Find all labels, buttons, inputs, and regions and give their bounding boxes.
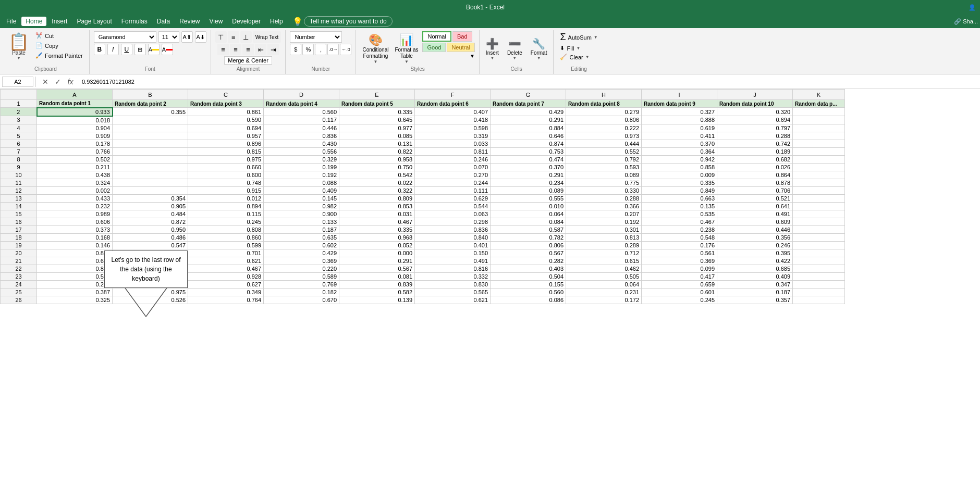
data-cell[interactable]: 0.861 <box>188 108 264 116</box>
data-cell[interactable] <box>113 116 188 124</box>
data-cell[interactable]: 0.009 <box>642 171 717 179</box>
header-cell-j1[interactable]: Random data point 10 <box>717 100 793 108</box>
data-cell[interactable]: 0.133 <box>264 218 339 225</box>
data-cell[interactable]: 0.615 <box>566 257 642 265</box>
data-cell[interactable]: 0.139 <box>339 296 415 304</box>
fill-color-button[interactable]: A <box>148 44 160 55</box>
comma-button[interactable]: , <box>315 44 326 55</box>
data-cell[interactable]: 0.567 <box>491 249 566 257</box>
data-cell[interactable]: 0.430 <box>264 140 339 147</box>
font-name-select[interactable]: Garamond <box>94 31 156 43</box>
data-cell[interactable]: 0.357 <box>717 296 793 304</box>
data-cell[interactable]: 0.070 <box>415 163 491 171</box>
data-cell[interactable] <box>793 241 845 249</box>
data-cell[interactable]: 0.619 <box>642 124 717 132</box>
data-cell[interactable]: 0.324 <box>37 179 113 186</box>
data-cell[interactable]: 0.222 <box>566 124 642 132</box>
data-cell[interactable]: 0.775 <box>566 179 642 186</box>
data-cell[interactable]: 0.900 <box>264 210 339 218</box>
data-cell[interactable]: 0.026 <box>717 163 793 171</box>
data-cell[interactable]: 0.542 <box>339 171 415 179</box>
data-cell[interactable]: 0.822 <box>339 147 415 155</box>
data-cell[interactable]: 0.199 <box>264 163 339 171</box>
data-cell[interactable]: 0.407 <box>415 108 491 116</box>
more-styles-button[interactable]: ▼ <box>422 53 474 59</box>
data-cell[interactable]: 0.484 <box>113 210 188 218</box>
data-cell[interactable]: 0.349 <box>188 288 264 296</box>
data-cell[interactable]: 0.018 <box>37 116 113 124</box>
data-cell[interactable]: 0.231 <box>566 288 642 296</box>
data-cell[interactable]: 0.561 <box>642 249 717 257</box>
data-cell[interactable]: 0.084 <box>491 218 566 225</box>
decrease-font-button[interactable]: A⬇ <box>195 31 206 43</box>
data-cell[interactable]: 0.742 <box>717 140 793 147</box>
data-cell[interactable]: 0.289 <box>566 241 642 249</box>
decimal-increase-button[interactable]: .0→ <box>327 44 339 55</box>
data-cell[interactable]: 0.086 <box>491 296 566 304</box>
cancel-formula-icon[interactable]: ✕ <box>40 77 51 87</box>
data-cell[interactable]: 0.401 <box>415 241 491 249</box>
col-header-g[interactable]: G <box>491 90 566 100</box>
data-cell[interactable]: 0.565 <box>415 288 491 296</box>
data-cell[interactable]: 0.627 <box>188 280 264 288</box>
data-cell[interactable]: 0.031 <box>339 210 415 218</box>
data-cell[interactable]: 0.329 <box>264 155 339 163</box>
data-cell[interactable]: 0.806 <box>491 241 566 249</box>
data-cell[interactable] <box>793 272 845 280</box>
data-cell[interactable]: 0.811 <box>37 265 113 272</box>
data-cell[interactable]: 0.635 <box>264 233 339 241</box>
data-cell[interactable]: 0.187 <box>717 288 793 296</box>
data-cell[interactable]: 0.089 <box>566 171 642 179</box>
italic-button[interactable]: I <box>107 44 119 55</box>
data-cell[interactable]: 0.002 <box>37 186 113 194</box>
decimal-decrease-button[interactable]: ←.0 <box>340 44 351 55</box>
col-header-d[interactable]: D <box>264 90 339 100</box>
data-cell[interactable]: 0.063 <box>415 210 491 218</box>
data-cell[interactable]: 0.836 <box>264 132 339 140</box>
data-cell[interactable]: 0.567 <box>339 265 415 272</box>
data-cell[interactable]: 0.064 <box>566 280 642 288</box>
data-cell[interactable] <box>793 171 845 179</box>
data-cell[interactable] <box>793 265 845 272</box>
menu-item-page-layout[interactable]: Page Layout <box>72 17 116 26</box>
menu-item-data[interactable]: Data <box>153 17 174 26</box>
data-cell[interactable]: 0.989 <box>37 210 113 218</box>
data-cell[interactable]: 0.839 <box>339 280 415 288</box>
data-cell[interactable]: 0.808 <box>188 225 264 233</box>
data-cell[interactable]: 0.928 <box>188 272 264 280</box>
data-cell[interactable]: 0.905 <box>113 202 188 210</box>
data-cell[interactable]: 0.811 <box>415 147 491 155</box>
data-cell[interactable]: 0.809 <box>339 194 415 202</box>
data-cell[interactable] <box>793 124 845 132</box>
data-cell[interactable]: 0.319 <box>415 132 491 140</box>
normal-style-button[interactable]: Normal <box>422 31 451 42</box>
data-cell[interactable]: 0.764 <box>188 296 264 304</box>
data-cell[interactable]: 0.896 <box>188 140 264 147</box>
col-header-j[interactable]: J <box>717 90 793 100</box>
data-cell[interactable]: 0.234 <box>491 179 566 186</box>
data-cell[interactable]: 0.246 <box>415 155 491 163</box>
data-cell[interactable]: 0.816 <box>415 265 491 272</box>
data-cell[interactable]: 0.685 <box>717 265 793 272</box>
col-header-h[interactable]: H <box>566 90 642 100</box>
data-cell[interactable]: 0.176 <box>642 241 717 249</box>
data-cell[interactable]: 0.145 <box>264 194 339 202</box>
delete-button[interactable]: ➖ Delete ▼ <box>505 36 524 61</box>
data-cell[interactable]: 0.135 <box>642 202 717 210</box>
data-cell[interactable]: 0.748 <box>188 179 264 186</box>
merge-center-button[interactable]: Merge & Center <box>224 56 272 65</box>
cut-button[interactable]: ✂️ Cut <box>33 31 85 40</box>
data-cell[interactable]: 0.694 <box>717 116 793 124</box>
data-cell[interactable]: 0.325 <box>37 296 113 304</box>
header-cell-h1[interactable]: Random data point 8 <box>566 100 642 108</box>
data-cell[interactable]: 0.701 <box>188 249 264 257</box>
data-cell[interactable]: 0.904 <box>37 124 113 132</box>
data-cell[interactable]: 0.330 <box>566 186 642 194</box>
data-cell[interactable]: 0.355 <box>113 108 188 116</box>
format-painter-button[interactable]: 🖌️ Format Painter <box>33 51 85 60</box>
data-cell[interactable]: 0.291 <box>491 116 566 124</box>
data-cell[interactable]: 0.366 <box>566 202 642 210</box>
data-cell[interactable]: 0.621 <box>415 296 491 304</box>
col-header-c[interactable]: C <box>188 90 264 100</box>
data-cell[interactable] <box>793 194 845 202</box>
